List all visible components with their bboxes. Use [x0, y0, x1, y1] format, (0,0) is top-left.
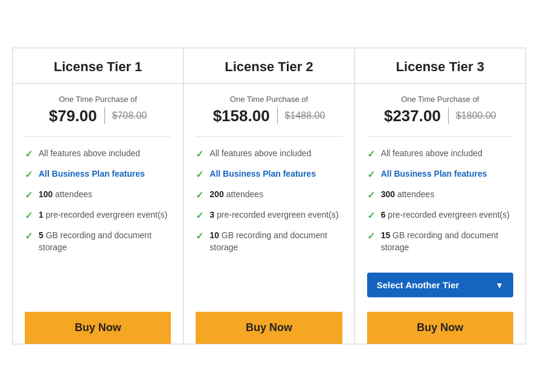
tier-3-check-icon-2: ✓ [367, 169, 375, 180]
tier-3-price-divider [448, 107, 449, 124]
tier-2-buy-wrapper: Buy Now [196, 303, 342, 344]
tier-3-title: License Tier 3 [367, 59, 513, 75]
tier-3-features-list: ✓All features above included✓All Busines… [367, 148, 513, 253]
tier-1-feature-text-5: 5 GB recording and document storage [39, 230, 171, 253]
tier-3-feature-text-2: All Business Plan features [381, 168, 487, 180]
tier-2-feature-1: ✓All features above included [196, 148, 342, 160]
tier-2-check-icon-1: ✓ [196, 148, 203, 160]
tier-3-feature-text-3: 300 attendees [381, 189, 435, 201]
tier-3-price-original: $1800.00 [456, 110, 496, 121]
tier-3-feature-1: ✓All features above included [367, 148, 513, 160]
tier-1-price-original: $708.00 [112, 110, 147, 121]
tier-3-dropdown-arrow: ▼ [495, 280, 504, 290]
tier-1-feature-text-2: All Business Plan features [39, 168, 145, 180]
tier-3-price-section: One Time Purchase of $237.00 $1800.00 [367, 95, 513, 137]
tier-1-features-list: ✓All features above included✓All Busines… [25, 148, 171, 253]
tier-1-buy-button[interactable]: Buy Now [25, 312, 171, 344]
tier-2-price-label: One Time Purchase of [196, 95, 342, 104]
tier-1-feature-text-1: All features above included [39, 148, 140, 160]
tier-2-check-icon-4: ✓ [196, 210, 203, 221]
tier-3-buy-wrapper: Buy Now [367, 303, 513, 344]
tier-2-feature-2: ✓All Business Plan features [196, 168, 342, 180]
tier-2-price-current: $158.00 [213, 107, 270, 125]
tier-1-price-label: One Time Purchase of [25, 95, 171, 104]
tier-1-body: One Time Purchase of $79.00 $708.00 ✓All… [13, 84, 183, 295]
tier-2-feature-5: ✓10 GB recording and document storage [196, 230, 342, 253]
tier-1-feature-text-3: 100 attendees [39, 189, 92, 201]
tier-3-dropdown-label: Select Another Tier [377, 280, 460, 290]
tier-3-buy-button[interactable]: Buy Now [367, 312, 513, 344]
tier-1-title: License Tier 1 [25, 59, 171, 75]
tier-2-feature-text-5: 10 GB recording and document storage [210, 230, 342, 253]
tier-card-2: License Tier 2 One Time Purchase of $158… [184, 48, 354, 344]
tier-2-check-icon-2: ✓ [196, 169, 203, 180]
tier-2-feature-3: ✓200 attendees [196, 189, 342, 201]
tier-3-feature-2: ✓All Business Plan features [367, 168, 513, 180]
tier-3-select-dropdown[interactable]: Select Another Tier ▼ [367, 273, 513, 297]
tier-3-body: One Time Purchase of $237.00 $1800.00 ✓A… [355, 84, 525, 264]
tier-1-check-icon-5: ✓ [25, 230, 33, 242]
tier-2-buy-button[interactable]: Buy Now [196, 312, 342, 344]
tier-1-feature-3: ✓100 attendees [25, 189, 171, 201]
tier-1-feature-1: ✓All features above included [25, 148, 171, 160]
tier-1-feature-4: ✓1 pre-recorded evergreen event(s) [25, 209, 171, 221]
tier-1-check-icon-3: ✓ [25, 189, 33, 201]
tier-2-business-plan-link[interactable]: All Business Plan features [210, 169, 316, 179]
tier-2-price-divider [277, 107, 278, 124]
tier-2-body: One Time Purchase of $158.00 $1488.00 ✓A… [184, 84, 354, 295]
tier-card-1: License Tier 1 One Time Purchase of $79.… [12, 48, 184, 344]
tier-2-feature-text-3: 200 attendees [210, 189, 263, 201]
tier-3-price-current: $237.00 [384, 107, 441, 125]
tier-2-check-icon-3: ✓ [196, 189, 203, 201]
tier-1-feature-5: ✓5 GB recording and document storage [25, 230, 171, 253]
tier-1-feature-text-4: 1 pre-recorded evergreen event(s) [39, 209, 167, 221]
tier-3-footer: Select Another Tier ▼ Buy Now [355, 264, 525, 344]
tier-1-check-icon-1: ✓ [25, 148, 33, 160]
tier-3-feature-text-4: 6 pre-recorded evergreen event(s) [381, 209, 510, 221]
tier-1-price-section: One Time Purchase of $79.00 $708.00 [25, 95, 171, 137]
tier-2-feature-text-1: All features above included [210, 148, 311, 160]
pricing-container: License Tier 1 One Time Purchase of $79.… [12, 48, 526, 344]
tier-1-check-icon-2: ✓ [25, 169, 33, 180]
tier-2-price-section: One Time Purchase of $158.00 $1488.00 [196, 95, 342, 137]
tier-3-price-label: One Time Purchase of [367, 95, 513, 104]
tier-1-business-plan-link[interactable]: All Business Plan features [39, 169, 145, 179]
tier-2-check-icon-5: ✓ [196, 230, 203, 242]
tier-1-buy-wrapper: Buy Now [25, 303, 171, 344]
tier-2-features-list: ✓All features above included✓All Busines… [196, 148, 342, 253]
tier-2-header: License Tier 2 [184, 48, 354, 84]
tier-3-business-plan-link[interactable]: All Business Plan features [381, 169, 487, 179]
tier-3-feature-3: ✓300 attendees [367, 189, 513, 201]
tier-1-header: License Tier 1 [13, 48, 183, 84]
tier-3-check-icon-1: ✓ [367, 148, 375, 160]
tier-3-check-icon-3: ✓ [367, 189, 375, 201]
tier-card-3: License Tier 3 One Time Purchase of $237… [355, 48, 526, 344]
tier-1-footer: Buy Now [13, 295, 183, 344]
tier-2-feature-4: ✓3 pre-recorded evergreen event(s) [196, 209, 342, 221]
tier-2-price-original: $1488.00 [285, 110, 325, 121]
tier-1-check-icon-4: ✓ [25, 210, 33, 221]
tier-1-price-divider [104, 107, 105, 124]
tier-1-feature-2: ✓All Business Plan features [25, 168, 171, 180]
tier-3-feature-5: ✓15 GB recording and document storage [367, 230, 513, 253]
tier-3-check-icon-5: ✓ [367, 230, 375, 242]
tier-3-feature-text-5: 15 GB recording and document storage [381, 230, 513, 253]
tier-3-header: License Tier 3 [355, 48, 525, 84]
tier-3-feature-4: ✓6 pre-recorded evergreen event(s) [367, 209, 513, 221]
tier-2-feature-text-4: 3 pre-recorded evergreen event(s) [210, 209, 338, 221]
tier-1-price-current: $79.00 [49, 107, 97, 125]
tier-2-feature-text-2: All Business Plan features [210, 168, 316, 180]
tier-3-feature-text-1: All features above included [381, 148, 482, 160]
tier-3-check-icon-4: ✓ [367, 210, 375, 221]
tier-2-footer: Buy Now [184, 295, 354, 344]
tier-2-title: License Tier 2 [196, 59, 342, 75]
